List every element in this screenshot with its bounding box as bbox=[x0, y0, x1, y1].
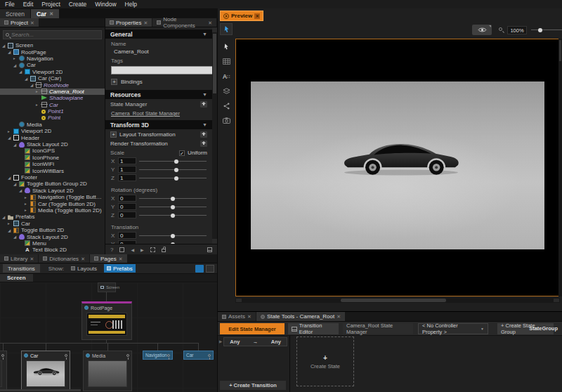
pin-icon[interactable] bbox=[208, 354, 211, 357]
prefabs-toggle[interactable]: Prefabs bbox=[104, 264, 136, 273]
revert-property-icon[interactable] bbox=[200, 131, 207, 138]
tree-item[interactable]: Point1 bbox=[0, 108, 105, 115]
close-icon[interactable]: ✕ bbox=[247, 314, 251, 319]
name-value[interactable]: Camera_Root bbox=[105, 48, 212, 55]
revert-property-icon[interactable] bbox=[200, 141, 207, 147]
graph-node-car[interactable]: Car bbox=[21, 351, 70, 391]
tab-car[interactable]: Car✕ bbox=[31, 9, 59, 18]
tree-item[interactable]: IconWiFi bbox=[0, 161, 105, 167]
create-state-dropzone[interactable]: + Create State bbox=[296, 337, 354, 386]
uniform-checkbox[interactable]: ✓ bbox=[179, 150, 185, 156]
close-icon[interactable]: ✕ bbox=[119, 256, 123, 261]
close-icon[interactable]: ✕ bbox=[49, 11, 53, 16]
rotation-z-slider[interactable] bbox=[139, 211, 207, 218]
expander-icon[interactable] bbox=[36, 89, 41, 93]
fit-view-icon[interactable] bbox=[206, 265, 214, 273]
scale-z-input[interactable] bbox=[118, 174, 136, 181]
auto-layout-icon[interactable] bbox=[195, 265, 204, 273]
tree-item[interactable]: Shadowplane bbox=[0, 95, 105, 101]
preview-viewport[interactable] bbox=[235, 39, 560, 296]
next-icon[interactable]: ▶ bbox=[140, 247, 144, 252]
car-3d-model[interactable] bbox=[339, 138, 464, 178]
tab-dictionaries[interactable]: Dictionaries✕ bbox=[39, 254, 89, 263]
menu-project[interactable]: Project bbox=[41, 1, 60, 8]
tree-item[interactable]: IconGPS bbox=[0, 148, 105, 154]
menu-file[interactable]: File bbox=[5, 1, 15, 8]
pin-icon[interactable] bbox=[167, 354, 170, 357]
help-icon[interactable]: ? bbox=[110, 247, 113, 253]
tab-node-components[interactable]: Node Components✕ bbox=[152, 18, 216, 27]
scroll-left-icon[interactable] bbox=[236, 299, 242, 302]
scale-y-input[interactable] bbox=[118, 166, 136, 173]
share-button[interactable] bbox=[221, 100, 232, 111]
expander-icon[interactable] bbox=[25, 77, 30, 81]
property-grid-icon[interactable] bbox=[207, 247, 212, 252]
tab-assets[interactable]: Assets✕ bbox=[218, 312, 256, 321]
close-icon[interactable]: ✕ bbox=[336, 314, 341, 319]
tree-item[interactable]: Header bbox=[0, 134, 105, 141]
prev-icon[interactable]: ◀ bbox=[131, 247, 134, 252]
transitions-button[interactable]: Transitions bbox=[3, 264, 40, 273]
preview-hscrollbar[interactable] bbox=[235, 298, 560, 303]
state-manager-name[interactable]: Camera_Root State Manager bbox=[343, 323, 413, 334]
interact-tool-button[interactable] bbox=[220, 23, 233, 35]
add-icon[interactable]: + bbox=[110, 131, 117, 138]
tree-item[interactable]: Car (Car) bbox=[0, 75, 105, 81]
tree-item[interactable]: Point bbox=[0, 115, 105, 121]
tab-screen[interactable]: Screen bbox=[0, 9, 30, 18]
controller-property-dropdown[interactable]: < No Controller Property >▼ bbox=[418, 323, 488, 334]
state-manager-link[interactable]: Camera_Root State Manager bbox=[111, 110, 180, 117]
tree-item[interactable]: Car bbox=[0, 62, 105, 68]
breadcrumb-screen[interactable]: Screen bbox=[0, 274, 33, 282]
graph-hscrollbar[interactable] bbox=[0, 389, 81, 391]
scale-y-slider[interactable] bbox=[139, 166, 207, 173]
graph-node-screen[interactable]: Screen bbox=[98, 282, 116, 292]
tree-item[interactable]: Stack Layout 2D bbox=[0, 141, 105, 148]
tab-state-tools[interactable]: State Tools - Camera_Root✕ bbox=[256, 312, 345, 321]
grid-tool-button[interactable] bbox=[221, 56, 232, 67]
graph-node-media[interactable]: Media bbox=[83, 351, 132, 391]
tab-properties[interactable]: Properties✕ bbox=[105, 18, 152, 27]
frame-icon[interactable] bbox=[150, 247, 155, 252]
tree-item[interactable]: Navigation (Toggle Button 2D) bbox=[0, 194, 105, 200]
expander-icon[interactable] bbox=[13, 235, 19, 239]
expander-icon[interactable] bbox=[8, 136, 13, 140]
tab-pages[interactable]: Pages✕ bbox=[90, 254, 127, 263]
pages-graph[interactable]: Screen RootPage Car Media bbox=[0, 282, 217, 392]
expander-icon[interactable] bbox=[13, 182, 19, 186]
tab-preview[interactable]: Preview ✕ bbox=[220, 11, 263, 21]
zoom-level-value[interactable]: 100% bbox=[507, 26, 527, 34]
scale-x-input[interactable] bbox=[118, 157, 136, 164]
pin-icon[interactable] bbox=[65, 354, 67, 357]
section-transform-3d[interactable]: Transform 3D▼ bbox=[105, 120, 212, 129]
copy-properties-icon[interactable] bbox=[119, 247, 124, 252]
graph-node-car-collapsed[interactable]: Car bbox=[183, 351, 214, 360]
section-resources[interactable]: Resources▼ bbox=[105, 90, 212, 99]
close-icon[interactable]: ✕ bbox=[30, 256, 34, 261]
tree-item[interactable]: AText Block 2D bbox=[0, 247, 105, 253]
graph-node-partial[interactable] bbox=[0, 351, 7, 391]
edit-state-manager-button[interactable]: Edit State Manager bbox=[220, 323, 285, 334]
layers-button[interactable] bbox=[221, 86, 232, 96]
rotation-x-input[interactable] bbox=[118, 195, 136, 202]
close-icon[interactable]: ✕ bbox=[254, 13, 260, 19]
expander-icon[interactable] bbox=[8, 221, 13, 226]
tree-item[interactable]: Car (Toggle Button 2D) bbox=[0, 200, 105, 207]
tree-item[interactable]: Menu bbox=[0, 240, 105, 247]
expander-icon[interactable] bbox=[8, 228, 13, 233]
section-general[interactable]: General▼ bbox=[105, 30, 212, 39]
properties-scrollbar[interactable] bbox=[212, 27, 217, 244]
analyze-button[interactable] bbox=[472, 25, 492, 35]
close-icon[interactable]: ✕ bbox=[143, 20, 148, 25]
tree-item[interactable]: Car bbox=[0, 221, 105, 227]
expander-icon[interactable] bbox=[13, 56, 19, 60]
preview-vscrollbar[interactable] bbox=[558, 39, 562, 296]
expander-icon[interactable] bbox=[13, 63, 19, 67]
menu-window[interactable]: Window bbox=[95, 1, 116, 8]
expander-icon[interactable] bbox=[8, 129, 13, 133]
expander-icon[interactable] bbox=[30, 83, 36, 87]
rendered-scene[interactable] bbox=[251, 81, 544, 249]
pin-icon[interactable] bbox=[126, 354, 129, 357]
scale-z-slider[interactable] bbox=[139, 174, 207, 181]
tree-item[interactable]: Viewport 2D bbox=[0, 69, 105, 75]
